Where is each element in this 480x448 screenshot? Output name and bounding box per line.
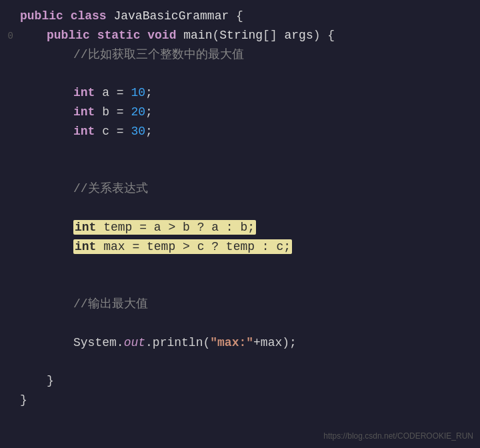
comment-relational: //关系表达式 [73,182,148,195]
max-expr: max = temp > c ? temp : c; [96,240,291,253]
semicolon: ; [145,125,153,138]
line-content [20,199,480,218]
out-keyword: out [124,336,145,349]
param-args: args [285,29,313,42]
line-content: int max = temp > c ? temp : c; [20,237,480,257]
brace-open: { [236,9,243,23]
line-content: } [20,391,480,410]
highlight-temp: int temp = a > b ? a : b; [73,220,256,235]
code-line-blank8 [0,352,480,371]
code-line-blank5 [0,256,480,275]
method-name: main [183,29,212,42]
semicolon: ; [145,105,153,119]
keyword-int: int [73,125,95,138]
comment-text: //比如获取三个整数中的最大值 [73,48,244,61]
watermark: https://blog.csdn.net/CODEROOKIE_RUN [323,430,473,443]
comment-output: //输出最大值 [73,297,148,311]
code-line-temp: int temp = a > b ? a : b; [0,218,480,237]
code-line-max: int max = temp > c ? temp : c; [0,237,480,257]
keyword-public: public [20,9,71,23]
semicolon: ; [145,86,153,99]
line-content: System.out.println("max:"+max); [20,333,480,353]
keyword-static: static [97,29,148,42]
brace-close-main: } [47,374,54,387]
code-line-println: System.out.println("max:"+max); [0,333,480,353]
line-content [20,141,480,161]
code-line-c: int c = 30; [0,122,480,141]
concat-max: +max); [253,336,297,349]
paren: ( [212,29,219,42]
var-b: b = [95,105,131,119]
line-content: //比如获取三个整数中的最大值 [20,45,480,65]
code-line-close-class: } [0,391,480,410]
class-name: JavaBasicGrammar [113,9,236,23]
code-line-blank3 [0,160,480,179]
paren-close: ) { [313,29,335,42]
highlight-max: int max = temp > c ? temp : c; [73,239,292,254]
line-number: 0 [0,29,20,43]
temp-expr: temp = a > b ? a : b; [96,221,255,234]
line-content: int a = 10; [20,83,480,103]
code-viewer: public class JavaBasicGrammar { 0 public… [0,0,480,448]
code-line-a: int a = 10; [0,83,480,103]
line-content: int temp = a > b ? a : b; [20,218,480,237]
keyword-class: class [71,9,114,23]
line-content: int c = 30; [20,122,480,141]
brace-close-class: } [20,393,27,407]
var-c: c = [95,125,131,138]
println-call: .println( [145,336,210,349]
code-line-b: int b = 20; [0,103,480,122]
keyword-public: public [47,29,97,42]
line-content: //关系表达式 [20,179,480,199]
line-content: //输出最大值 [20,295,480,314]
line-content [20,64,480,83]
line-content [20,352,480,371]
system-class: System. [73,336,124,349]
bracket: [] [263,29,284,42]
line-content [20,256,480,275]
line-content [20,275,480,295]
string-max: "max:" [210,336,253,349]
code-line-2: 0 public static void main(String[] args)… [0,26,480,45]
line-content [20,314,480,333]
code-line-blank2 [0,141,480,161]
code-line-blank6 [0,275,480,295]
keyword-int-max: int [75,240,96,253]
keyword-void: void [147,29,183,42]
code-line-comment3: //输出最大值 [0,295,480,314]
code-line-blank4 [0,199,480,218]
var-a: a = [95,86,131,99]
line-content: public class JavaBasicGrammar { [20,7,480,26]
line-content: } [20,371,480,391]
number-30: 30 [131,125,145,138]
code-line-blank1 [0,64,480,83]
line-content [20,160,480,179]
code-line-comment2: //关系表达式 [0,179,480,199]
keyword-int: int [73,86,95,99]
code-line-blank7 [0,314,480,333]
line-content: int b = 20; [20,103,480,122]
code-line-comment1: //比如获取三个整数中的最大值 [0,45,480,65]
number-10: 10 [131,86,145,99]
code-line-1: public class JavaBasicGrammar { [0,7,480,26]
number-20: 20 [131,105,145,119]
keyword-int-temp: int [75,221,96,234]
line-content: public static void main(String[] args) { [20,26,480,45]
type-string: String [219,29,263,42]
code-line-close-main: } [0,371,480,391]
keyword-int: int [73,105,95,119]
